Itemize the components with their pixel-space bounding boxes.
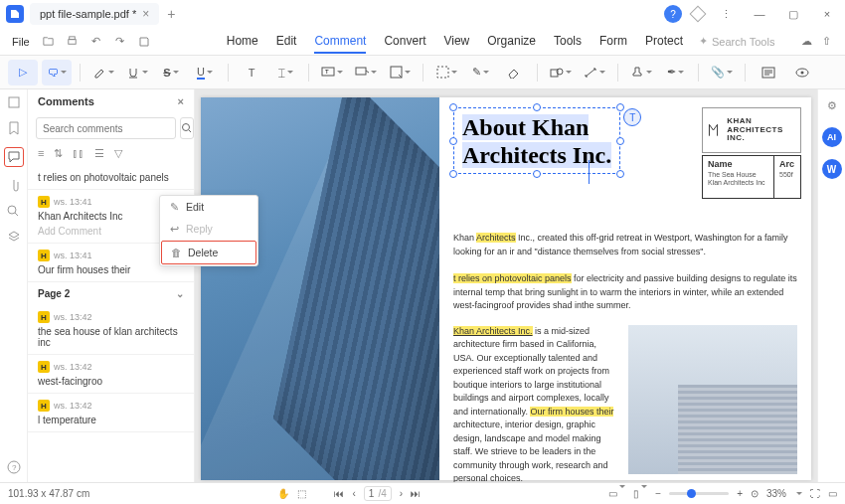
selected-text-box[interactable]: About Khan Architects Inc. T [453, 107, 620, 174]
eraser-tool[interactable] [499, 60, 529, 85]
last-page-icon[interactable]: ⏭ [411, 488, 421, 499]
resize-handle[interactable] [449, 170, 457, 178]
page-group-header[interactable]: Page 2⌄ [28, 282, 194, 305]
share-icon[interactable]: ⇧ [822, 35, 831, 48]
filter-cols-icon[interactable]: ⫿⫿ [73, 147, 84, 160]
ctx-edit[interactable]: ✎Edit [160, 196, 257, 218]
cloud-icon[interactable]: ☁ [801, 35, 812, 48]
file-menu[interactable]: File [6, 36, 36, 48]
callout-tool[interactable]: ⌶ [270, 60, 300, 85]
help-icon[interactable]: ? [7, 460, 21, 474]
select-tool-icon[interactable]: ⬚ [297, 488, 306, 499]
print-icon[interactable] [62, 31, 84, 53]
filter-sort-icon[interactable]: ⇅ [54, 147, 63, 160]
document-tab[interactable]: ppt file-sample.pdf * × [30, 3, 159, 25]
comment-rail-icon[interactable] [4, 147, 24, 167]
layers-rail-icon[interactable] [7, 230, 21, 244]
text-callout-tool[interactable]: T [317, 60, 347, 85]
pencil-tool[interactable]: ✎ [465, 60, 495, 85]
menu-home[interactable]: Home [227, 30, 258, 54]
close-panel-icon[interactable]: × [178, 95, 184, 107]
ai-icon[interactable]: AI [822, 127, 842, 147]
resize-handle[interactable] [449, 103, 457, 111]
menu-organize[interactable]: Organize [487, 30, 536, 54]
new-tab-button[interactable]: + [167, 6, 175, 22]
measure-tool[interactable] [580, 60, 609, 85]
diamond-icon[interactable] [690, 6, 707, 23]
comments-panel-toggle[interactable] [754, 60, 783, 85]
resize-handle[interactable] [449, 137, 457, 145]
comment-entry[interactable]: Hws. 13:42 west-facingroo [28, 355, 194, 394]
strikethrough-tool[interactable]: S [156, 60, 186, 85]
zoom-slider[interactable] [669, 492, 729, 495]
bookmark-icon[interactable] [8, 121, 20, 135]
open-icon[interactable] [38, 31, 60, 53]
filter-list-icon[interactable]: ☰ [94, 147, 104, 160]
comment-entry[interactable]: Hws. 13:42 the sea house of klan archite… [28, 305, 194, 355]
comments-search-input[interactable] [36, 117, 176, 139]
shapes-tool[interactable] [546, 60, 576, 85]
attachment-tool[interactable]: 📎 [707, 60, 737, 85]
save-icon[interactable] [133, 31, 155, 53]
note-tool[interactable]: 🗨 [42, 60, 72, 85]
comment-snippet[interactable]: t relies on photovoltaic panels [28, 166, 194, 190]
comment-entry[interactable]: Hws. 13:42 l temperature [28, 394, 194, 432]
squiggly-tool[interactable]: U [190, 60, 220, 85]
filter-expand-icon[interactable]: ≡ [38, 147, 44, 160]
close-window-button[interactable]: × [815, 2, 839, 26]
prev-page-icon[interactable]: ‹ [352, 488, 355, 499]
view-mode-icon[interactable]: ▯ [633, 488, 647, 499]
select-tool[interactable]: ▷ [8, 60, 38, 85]
zoom-reset-icon[interactable]: ⊙ [751, 488, 759, 499]
document-viewport[interactable]: About Khan Architects Inc. T KHANARCHITE… [195, 89, 817, 482]
signature-tool[interactable]: ✒ [660, 60, 690, 85]
resize-handle[interactable] [616, 170, 624, 178]
properties-icon[interactable]: ⚙ [822, 95, 842, 115]
callout-box-tool[interactable] [351, 60, 381, 85]
word-icon[interactable]: W [822, 159, 842, 179]
read-mode-icon[interactable]: ▭ [828, 488, 837, 499]
ctx-delete[interactable]: 🗑Delete [161, 241, 256, 264]
highlight-tool[interactable] [88, 60, 118, 85]
resize-handle[interactable] [616, 103, 624, 111]
resize-handle[interactable] [533, 103, 541, 111]
sticky-note-tool[interactable] [385, 60, 415, 85]
resize-handle[interactable] [616, 137, 624, 145]
fit-mode-icon[interactable]: ▭ [608, 488, 625, 499]
textbox-tool[interactable]: T [237, 60, 266, 85]
menu-protect[interactable]: Protect [645, 30, 683, 54]
fullscreen-icon[interactable]: ⛶ [810, 488, 820, 499]
zoom-out-icon[interactable]: − [655, 488, 661, 499]
redo-icon[interactable]: ↷ [109, 31, 131, 53]
area-highlight-tool[interactable] [431, 60, 461, 85]
menu-form[interactable]: Form [599, 30, 627, 54]
maximize-button[interactable]: ▢ [781, 2, 805, 26]
zoom-value[interactable]: 33% [766, 488, 786, 499]
text-badge-icon[interactable]: T [623, 108, 641, 126]
close-tab-icon[interactable]: × [142, 7, 149, 21]
minimize-button[interactable]: — [748, 2, 771, 26]
thumbnail-icon[interactable] [7, 95, 21, 109]
search-rail-icon[interactable] [7, 205, 20, 218]
search-icon[interactable] [180, 117, 194, 139]
search-tools[interactable]: ✦ Search Tools [699, 35, 774, 48]
menu-edit[interactable]: Edit [276, 30, 297, 54]
attachment-rail-icon[interactable] [8, 179, 20, 193]
zoom-in-icon[interactable]: + [737, 488, 743, 499]
resize-handle[interactable] [533, 170, 541, 178]
hide-comments-tool[interactable] [787, 60, 817, 85]
hand-tool-icon[interactable]: ✋ [277, 488, 289, 499]
stamp-tool[interactable] [626, 60, 656, 85]
next-page-icon[interactable]: › [400, 488, 403, 499]
menu-convert[interactable]: Convert [384, 30, 425, 54]
undo-icon[interactable]: ↶ [85, 31, 107, 53]
first-page-icon[interactable]: ⏮ [334, 488, 344, 499]
menu-view[interactable]: View [443, 30, 469, 54]
underline-tool[interactable] [122, 60, 152, 85]
menu-comment[interactable]: Comment [314, 30, 366, 54]
menu-tools[interactable]: Tools [554, 30, 582, 54]
kebab-icon[interactable]: ⋮ [714, 2, 738, 26]
page-input[interactable]: 1/4 [364, 486, 392, 501]
filter-funnel-icon[interactable]: ▽ [114, 147, 122, 160]
user-avatar[interactable]: ? [664, 5, 682, 23]
